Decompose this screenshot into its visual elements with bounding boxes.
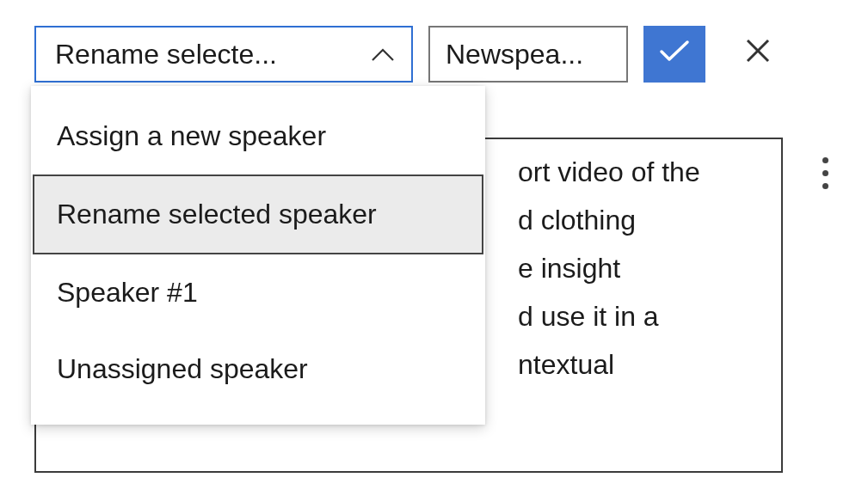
cancel-button[interactable] [729, 26, 786, 83]
transcript-text: ort video of the d clothing e insight d … [518, 148, 762, 389]
menu-item-rename-selected-speaker[interactable]: Rename selected speaker [33, 174, 483, 254]
chevron-up-icon [370, 39, 396, 70]
menu-item-speaker-1[interactable]: Speaker #1 [31, 254, 485, 331]
speaker-action-dropdown[interactable]: Rename selecte... [34, 26, 413, 83]
check-icon [657, 38, 692, 70]
close-icon [744, 37, 772, 71]
speaker-name-input[interactable]: Newspea... [428, 26, 628, 83]
kebab-menu-icon [822, 157, 828, 189]
menu-item-unassigned-speaker[interactable]: Unassigned speaker [31, 331, 485, 407]
confirm-button[interactable] [643, 26, 705, 83]
speaker-name-value: Newspea... [446, 39, 611, 70]
dropdown-selected-label: Rename selecte... [55, 39, 277, 70]
menu-item-assign-new-speaker[interactable]: Assign a new speaker [31, 98, 485, 174]
segment-menu-button[interactable] [808, 151, 842, 194]
speaker-action-menu: Assign a new speaker Rename selected spe… [31, 86, 485, 425]
edit-toolbar: Rename selecte... Newspea... [34, 26, 842, 83]
